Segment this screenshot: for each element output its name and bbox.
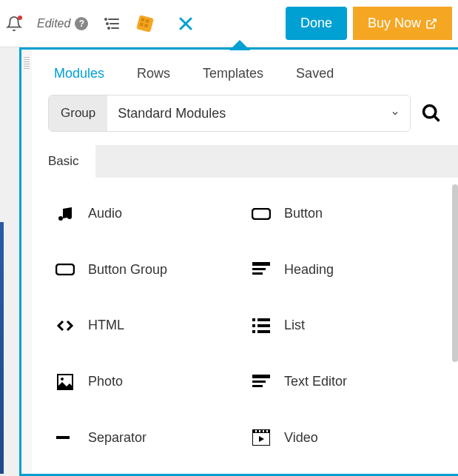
notification-dot (18, 16, 22, 20)
group-selected-value: Standard Modules (118, 106, 226, 121)
svg-rect-18 (252, 209, 270, 219)
close-icon[interactable] (169, 15, 202, 33)
photo-icon (55, 374, 75, 390)
module-label: Photo (88, 374, 123, 389)
svg-marker-41 (259, 436, 264, 442)
svg-rect-21 (252, 268, 266, 270)
list-icon (252, 318, 271, 334)
module-text-editor[interactable]: Text Editor (252, 368, 434, 396)
video-icon (252, 429, 271, 446)
panel-tabs: Modules Rows Templates Saved (32, 50, 458, 95)
help-icon[interactable]: ? (75, 17, 88, 30)
heading-icon (252, 261, 271, 278)
text-editor-icon (252, 374, 271, 390)
notifications-icon[interactable] (6, 16, 22, 32)
module-html[interactable]: HTML (55, 312, 238, 340)
svg-rect-27 (252, 330, 255, 333)
chevron-down-icon (391, 109, 400, 118)
group-select[interactable]: Standard Modules (107, 95, 410, 131)
svg-point-16 (58, 216, 63, 221)
svg-line-15 (434, 116, 440, 121)
module-button-group[interactable]: Button Group (55, 256, 238, 284)
svg-rect-37 (255, 430, 257, 432)
svg-rect-38 (259, 430, 260, 432)
svg-point-3 (105, 19, 107, 20)
module-label: Button Group (88, 262, 167, 278)
search-icon[interactable] (421, 103, 442, 124)
svg-point-4 (107, 23, 108, 24)
separator-icon (55, 429, 75, 446)
group-selector: Group Standard Modules (48, 95, 411, 132)
module-label: Audio (88, 206, 122, 221)
background-panel: a Y (0, 222, 4, 474)
svg-line-13 (431, 19, 436, 24)
module-label: Button (284, 206, 323, 221)
tab-rows[interactable]: Rows (137, 66, 170, 81)
module-heading[interactable]: Heading (252, 256, 434, 284)
svg-rect-25 (252, 324, 255, 327)
buy-now-button[interactable]: Buy Now (353, 7, 452, 40)
done-button[interactable]: Done (286, 7, 347, 40)
html-icon (55, 318, 75, 334)
svg-point-17 (67, 215, 72, 219)
external-link-icon (425, 18, 437, 30)
svg-point-14 (424, 106, 436, 118)
module-separator[interactable]: Separator (55, 423, 238, 452)
tab-modules[interactable]: Modules (54, 66, 104, 81)
module-label: Heading (284, 262, 334, 278)
category-bar: Basic (32, 145, 458, 178)
module-list[interactable]: List (252, 312, 434, 340)
svg-point-30 (61, 378, 64, 381)
svg-rect-32 (252, 381, 266, 383)
svg-rect-23 (252, 318, 255, 321)
module-label: List (284, 318, 305, 333)
module-audio[interactable]: Audio (55, 200, 238, 228)
module-video[interactable]: Video (252, 423, 434, 452)
svg-rect-34 (56, 436, 70, 439)
module-label: Separator (88, 430, 147, 446)
tab-templates[interactable]: Templates (203, 66, 263, 81)
module-label: Video (284, 430, 318, 446)
svg-rect-28 (257, 330, 270, 333)
svg-rect-19 (56, 264, 74, 275)
buy-label: Buy Now (368, 16, 421, 31)
modules-grid: Audio Button Button Group Heading HTML (32, 178, 458, 474)
module-label: HTML (88, 318, 124, 333)
module-photo[interactable]: Photo (55, 368, 238, 396)
panel-pointer (229, 40, 250, 50)
content-panel: Modules Rows Templates Saved Group Stand… (19, 47, 458, 476)
button-group-icon (55, 261, 75, 278)
audio-icon (55, 206, 75, 222)
svg-point-5 (108, 27, 110, 29)
svg-rect-31 (252, 375, 270, 378)
svg-rect-33 (252, 385, 263, 387)
group-label: Group (49, 95, 107, 131)
svg-rect-40 (266, 430, 268, 432)
edited-status: Edited ? (37, 17, 88, 30)
svg-rect-39 (263, 430, 264, 432)
svg-rect-24 (257, 318, 270, 321)
outline-icon[interactable] (103, 15, 121, 33)
tab-saved[interactable]: Saved (296, 66, 334, 81)
category-tab-basic[interactable]: Basic (32, 145, 95, 178)
svg-rect-22 (252, 272, 263, 275)
scrollbar[interactable] (452, 184, 458, 362)
svg-rect-20 (252, 262, 270, 266)
builder-icon[interactable] (135, 14, 155, 33)
module-label: Text Editor (284, 374, 347, 389)
module-button[interactable]: Button (252, 200, 434, 228)
edited-label: Edited (37, 17, 70, 30)
svg-rect-26 (257, 324, 270, 327)
drag-handle[interactable] (21, 50, 32, 474)
button-icon (252, 206, 271, 222)
